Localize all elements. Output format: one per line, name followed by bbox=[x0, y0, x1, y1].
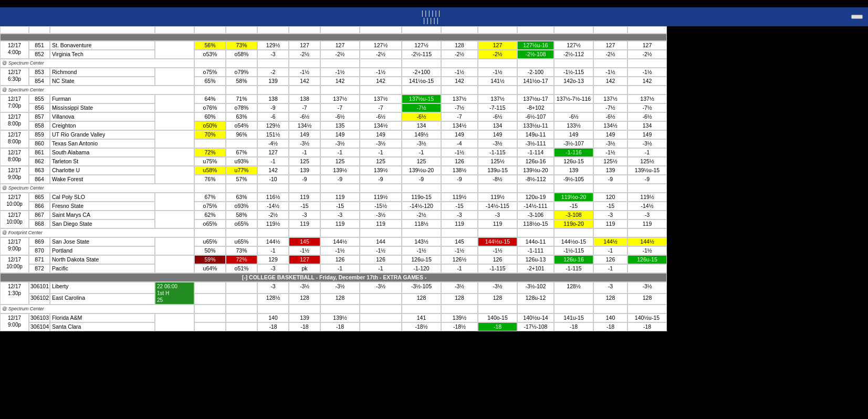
consensus2: 119 bbox=[628, 219, 667, 228]
heritage1: -3 bbox=[593, 282, 628, 294]
game-num1: 306101 bbox=[29, 282, 50, 294]
caesars1: -1½ bbox=[441, 148, 478, 157]
caesars2: 128 bbox=[441, 294, 478, 305]
caesars2: -18½ bbox=[441, 322, 478, 331]
tickets1: 60% bbox=[194, 112, 226, 121]
heritage1: 127 bbox=[593, 41, 628, 50]
tickets1: o75% bbox=[194, 68, 226, 77]
team1: North Dakota State bbox=[50, 255, 155, 264]
game-score bbox=[155, 237, 194, 255]
circa1: -1 bbox=[289, 148, 320, 157]
westgate2: -2½ bbox=[320, 50, 360, 59]
wynnbet2: -1½ bbox=[478, 246, 517, 255]
team2: Creighton bbox=[50, 121, 155, 130]
section2-header: [-] COLLEGE BASKETBALL - Friday, Decembe… bbox=[0, 273, 667, 282]
southpoint1: -1½ bbox=[360, 68, 402, 77]
caesars2: -7½ bbox=[441, 103, 478, 112]
venue-pad bbox=[593, 59, 628, 68]
tickets1: 56% bbox=[194, 41, 226, 50]
betonline1: 127½ bbox=[554, 41, 593, 50]
venue-pad bbox=[517, 305, 554, 313]
venue-pad bbox=[628, 305, 667, 313]
team1: Saint Marys CA bbox=[50, 211, 155, 219]
heritage1: 139 bbox=[593, 166, 628, 175]
wynnbet1: 140o-15 bbox=[478, 313, 517, 322]
southpoint2: -7 bbox=[360, 103, 402, 112]
draftkings2: -1-120 bbox=[402, 264, 441, 273]
game-time: 12/178:00p bbox=[0, 148, 29, 166]
game-num1: 867 bbox=[29, 211, 50, 219]
circa2: -3½ bbox=[289, 139, 320, 148]
circa2: 119 bbox=[289, 219, 320, 228]
open1: -2 bbox=[257, 68, 289, 77]
westgate2: -1 bbox=[320, 264, 360, 273]
westgate2: 128 bbox=[320, 294, 360, 305]
southpoint2: -1½ bbox=[360, 246, 402, 255]
consensus2: -2½ bbox=[628, 50, 667, 59]
col-score bbox=[155, 26, 194, 34]
caesars1: -3 bbox=[441, 211, 478, 219]
money1: u77% bbox=[226, 166, 257, 175]
team2: Santa Clara bbox=[50, 322, 155, 331]
caesars1: 128 bbox=[441, 41, 478, 50]
game-num1: 306103 bbox=[29, 313, 50, 322]
team2: Mississippi State bbox=[50, 103, 155, 112]
westgate1: 127 bbox=[320, 41, 360, 50]
wynnbet2: 134 bbox=[478, 121, 517, 130]
betonline1: -1-116 bbox=[554, 148, 593, 157]
wynnbet2: 125½ bbox=[478, 157, 517, 166]
wynnbet1: 144½u-15 bbox=[478, 237, 517, 246]
venue-pad bbox=[194, 305, 226, 313]
game-time: 12/178:00p bbox=[0, 112, 29, 130]
team2: Texas San Antonio bbox=[50, 139, 155, 148]
game-score bbox=[155, 130, 194, 148]
draftkings1: 143½ bbox=[402, 237, 441, 246]
westgate2: 135 bbox=[320, 121, 360, 130]
consensus2: 142 bbox=[628, 77, 667, 86]
game-num1: 869 bbox=[29, 237, 50, 246]
southpoint1: 144 bbox=[360, 237, 402, 246]
tickets2 bbox=[194, 294, 226, 305]
game-num2: 852 bbox=[29, 50, 50, 59]
southpoint2: -2½ bbox=[360, 50, 402, 59]
team1: South Alabama bbox=[50, 148, 155, 157]
venue: @ Spectrum Center bbox=[0, 184, 194, 193]
open1: -2½ bbox=[257, 211, 289, 219]
westgate1: -1 bbox=[320, 148, 360, 157]
game-num1: 861 bbox=[29, 148, 50, 157]
pinnacle1: -3-106 bbox=[517, 211, 554, 219]
draftkings2: 118½ bbox=[402, 219, 441, 228]
money2: o54% bbox=[226, 121, 257, 130]
southpoint1: 127½ bbox=[360, 41, 402, 50]
game-num2: 870 bbox=[29, 246, 50, 255]
venue-pad bbox=[320, 228, 360, 237]
tickets2 bbox=[194, 139, 226, 148]
westgate2: -15 bbox=[320, 202, 360, 211]
draftkings2: 134 bbox=[402, 121, 441, 130]
pinnacle2: 118½o-15 bbox=[517, 219, 554, 228]
tickets2: u75% bbox=[194, 157, 226, 166]
heritage2: -15 bbox=[593, 202, 628, 211]
venue-pad bbox=[478, 184, 517, 193]
venue-pad bbox=[289, 305, 320, 313]
westgate1: -6½ bbox=[320, 112, 360, 121]
betonline1: 128½ bbox=[554, 282, 593, 294]
betonline2: 119o-20 bbox=[554, 219, 593, 228]
caesars2: -9 bbox=[441, 175, 478, 184]
wynnbet2: -2½ bbox=[478, 50, 517, 59]
betonline2: -1½-115 bbox=[554, 246, 593, 255]
betonline2: -15 bbox=[554, 202, 593, 211]
westgate1: 126 bbox=[320, 255, 360, 264]
game-time: 12/176:30p bbox=[0, 68, 29, 86]
team2: Portland bbox=[50, 246, 155, 255]
venue-pad bbox=[226, 59, 257, 68]
circa1: 138 bbox=[289, 95, 320, 103]
pinnacle1: 139½u-20 bbox=[517, 166, 554, 175]
money2: u93% bbox=[226, 157, 257, 166]
clear-button[interactable] bbox=[851, 15, 863, 19]
betonline1: 144½o-15 bbox=[554, 237, 593, 246]
money2: 58% bbox=[226, 77, 257, 86]
pinnacle1: 120u-19 bbox=[517, 193, 554, 202]
tickets2: u64% bbox=[194, 264, 226, 273]
heritage2: 125½ bbox=[593, 157, 628, 166]
